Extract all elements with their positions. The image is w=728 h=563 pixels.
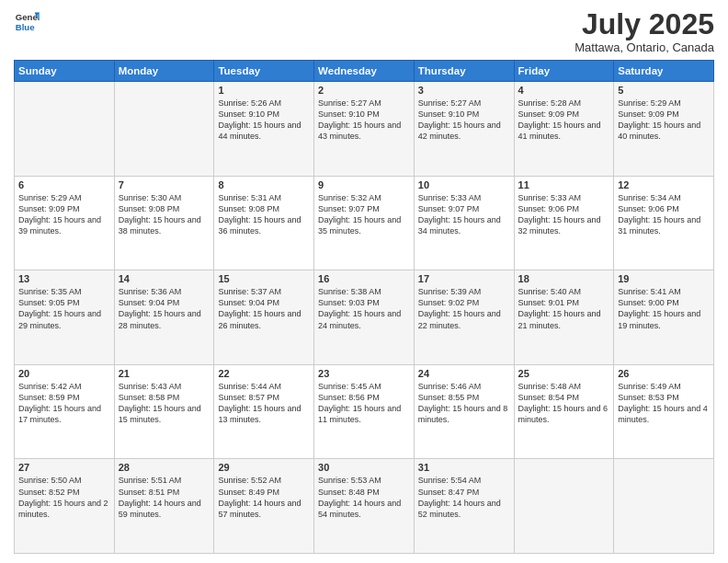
daylight-text: Daylight: 14 hours and 57 minutes. [218, 498, 310, 520]
sunrise-text: Sunrise: 5:31 AM [218, 192, 310, 203]
sunrise-text: Sunrise: 5:36 AM [119, 286, 210, 297]
day-info: Sunrise: 5:33 AMSunset: 9:06 PMDaylight:… [518, 192, 610, 237]
day-number: 13 [18, 273, 110, 284]
day-info: Sunrise: 5:27 AMSunset: 9:10 PMDaylight:… [418, 98, 510, 143]
calendar-cell-0-1 [114, 82, 214, 177]
sunrise-text: Sunrise: 5:34 AM [618, 192, 710, 203]
day-info: Sunrise: 5:27 AMSunset: 9:10 PMDaylight:… [318, 98, 410, 143]
sunrise-text: Sunrise: 5:46 AM [418, 381, 510, 392]
daylight-text: Daylight: 15 hours and 17 minutes. [18, 403, 110, 425]
day-number: 28 [119, 462, 210, 473]
sunset-text: Sunset: 8:52 PM [18, 487, 110, 498]
sunset-text: Sunset: 9:07 PM [418, 203, 510, 214]
sunrise-text: Sunrise: 5:39 AM [418, 286, 510, 297]
sunrise-text: Sunrise: 5:28 AM [518, 98, 610, 109]
daylight-text: Daylight: 15 hours and 22 minutes. [418, 308, 510, 330]
calendar-cell-0-3: 2Sunrise: 5:27 AMSunset: 9:10 PMDaylight… [314, 82, 415, 177]
sunset-text: Sunset: 9:04 PM [218, 297, 310, 308]
logo-icon: General Blue [14, 9, 40, 35]
calendar-cell-1-2: 8Sunrise: 5:31 AMSunset: 9:08 PMDaylight… [214, 176, 314, 270]
day-number: 17 [418, 273, 510, 284]
sunrise-text: Sunrise: 5:27 AM [318, 98, 410, 109]
day-info: Sunrise: 5:54 AMSunset: 8:47 PMDaylight:… [418, 475, 510, 520]
calendar-cell-1-3: 9Sunrise: 5:32 AMSunset: 9:07 PMDaylight… [314, 176, 415, 270]
day-number: 23 [318, 368, 410, 379]
daylight-text: Daylight: 15 hours and 39 minutes. [18, 214, 110, 236]
day-number: 25 [518, 368, 610, 379]
daylight-text: Daylight: 15 hours and 36 minutes. [218, 214, 310, 236]
sunset-text: Sunset: 9:09 PM [518, 109, 610, 120]
calendar-cell-3-4: 24Sunrise: 5:46 AMSunset: 8:55 PMDayligh… [414, 364, 514, 459]
day-number: 6 [18, 179, 110, 190]
week-row-2: 6Sunrise: 5:29 AMSunset: 9:09 PMDaylight… [15, 176, 714, 270]
calendar-table: Sunday Monday Tuesday Wednesday Thursday… [14, 60, 714, 554]
calendar-cell-1-6: 12Sunrise: 5:34 AMSunset: 9:06 PMDayligh… [614, 176, 714, 270]
sunrise-text: Sunrise: 5:43 AM [119, 381, 210, 392]
col-thursday: Thursday [414, 61, 514, 82]
daylight-text: Daylight: 15 hours and 4 minutes. [618, 403, 710, 425]
day-info: Sunrise: 5:40 AMSunset: 9:01 PMDaylight:… [518, 286, 610, 331]
daylight-text: Daylight: 15 hours and 6 minutes. [518, 403, 610, 425]
sunset-text: Sunset: 9:02 PM [418, 297, 510, 308]
calendar-cell-3-2: 22Sunrise: 5:44 AMSunset: 8:57 PMDayligh… [214, 364, 314, 459]
day-number: 20 [18, 368, 110, 379]
day-info: Sunrise: 5:42 AMSunset: 8:59 PMDaylight:… [18, 381, 110, 426]
sunset-text: Sunset: 9:09 PM [18, 203, 110, 214]
daylight-text: Daylight: 15 hours and 26 minutes. [218, 308, 310, 330]
calendar-cell-1-0: 6Sunrise: 5:29 AMSunset: 9:09 PMDaylight… [15, 176, 115, 270]
calendar-cell-3-3: 23Sunrise: 5:45 AMSunset: 8:56 PMDayligh… [314, 364, 415, 459]
sunset-text: Sunset: 8:57 PM [218, 392, 310, 403]
day-info: Sunrise: 5:50 AMSunset: 8:52 PMDaylight:… [18, 475, 110, 520]
daylight-text: Daylight: 15 hours and 41 minutes. [518, 120, 610, 142]
day-info: Sunrise: 5:52 AMSunset: 8:49 PMDaylight:… [218, 475, 310, 520]
day-info: Sunrise: 5:36 AMSunset: 9:04 PMDaylight:… [119, 286, 210, 331]
day-info: Sunrise: 5:35 AMSunset: 9:05 PMDaylight:… [18, 286, 110, 331]
sunrise-text: Sunrise: 5:41 AM [618, 286, 710, 297]
sunrise-text: Sunrise: 5:53 AM [318, 475, 410, 486]
day-number: 21 [119, 368, 210, 379]
col-friday: Friday [514, 61, 614, 82]
day-info: Sunrise: 5:34 AMSunset: 9:06 PMDaylight:… [618, 192, 710, 237]
day-number: 27 [18, 462, 110, 473]
sunset-text: Sunset: 9:05 PM [18, 297, 110, 308]
day-info: Sunrise: 5:28 AMSunset: 9:09 PMDaylight:… [518, 98, 610, 143]
day-number: 9 [318, 179, 410, 190]
sunrise-text: Sunrise: 5:32 AM [318, 192, 410, 203]
calendar-cell-2-1: 14Sunrise: 5:36 AMSunset: 9:04 PMDayligh… [114, 270, 214, 365]
sunrise-text: Sunrise: 5:37 AM [218, 286, 310, 297]
daylight-text: Daylight: 15 hours and 2 minutes. [18, 498, 110, 520]
location: Mattawa, Ontario, Canada [574, 40, 714, 54]
daylight-text: Daylight: 15 hours and 8 minutes. [418, 403, 510, 425]
daylight-text: Daylight: 15 hours and 15 minutes. [119, 403, 210, 425]
sunrise-text: Sunrise: 5:49 AM [618, 381, 710, 392]
sunrise-text: Sunrise: 5:40 AM [518, 286, 610, 297]
day-number: 7 [119, 179, 210, 190]
daylight-text: Daylight: 15 hours and 24 minutes. [318, 308, 410, 330]
sunrise-text: Sunrise: 5:48 AM [518, 381, 610, 392]
day-info: Sunrise: 5:38 AMSunset: 9:03 PMDaylight:… [318, 286, 410, 331]
day-info: Sunrise: 5:29 AMSunset: 9:09 PMDaylight:… [618, 98, 710, 143]
sunrise-text: Sunrise: 5:42 AM [18, 381, 110, 392]
day-number: 12 [618, 179, 710, 190]
daylight-text: Daylight: 14 hours and 54 minutes. [318, 498, 410, 520]
sunset-text: Sunset: 9:04 PM [119, 297, 210, 308]
day-info: Sunrise: 5:51 AMSunset: 8:51 PMDaylight:… [119, 475, 210, 520]
sunrise-text: Sunrise: 5:54 AM [418, 475, 510, 486]
daylight-text: Daylight: 15 hours and 42 minutes. [418, 120, 510, 142]
sunrise-text: Sunrise: 5:50 AM [18, 475, 110, 486]
col-monday: Monday [114, 61, 214, 82]
sunset-text: Sunset: 9:08 PM [218, 203, 310, 214]
day-number: 16 [318, 273, 410, 284]
calendar-cell-3-6: 26Sunrise: 5:49 AMSunset: 8:53 PMDayligh… [614, 364, 714, 459]
calendar-cell-2-6: 19Sunrise: 5:41 AMSunset: 9:00 PMDayligh… [614, 270, 714, 365]
week-row-4: 20Sunrise: 5:42 AMSunset: 8:59 PMDayligh… [15, 364, 714, 459]
sunset-text: Sunset: 8:59 PM [18, 392, 110, 403]
day-info: Sunrise: 5:30 AMSunset: 9:08 PMDaylight:… [119, 192, 210, 237]
sunrise-text: Sunrise: 5:51 AM [119, 475, 210, 486]
day-number: 11 [518, 179, 610, 190]
day-info: Sunrise: 5:31 AMSunset: 9:08 PMDaylight:… [218, 192, 310, 237]
week-row-1: 1Sunrise: 5:26 AMSunset: 9:10 PMDaylight… [15, 82, 714, 177]
day-info: Sunrise: 5:48 AMSunset: 8:54 PMDaylight:… [518, 381, 610, 426]
calendar-cell-2-4: 17Sunrise: 5:39 AMSunset: 9:02 PMDayligh… [414, 270, 514, 365]
sunrise-text: Sunrise: 5:29 AM [18, 192, 110, 203]
